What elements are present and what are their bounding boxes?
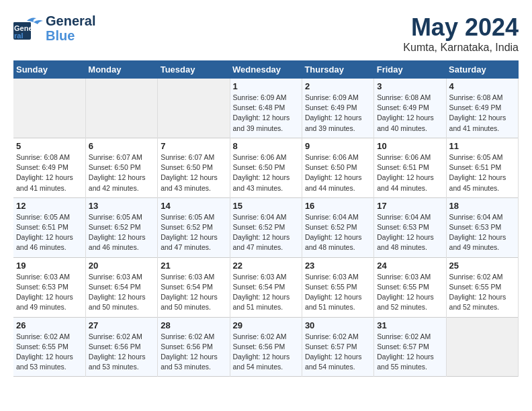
day-info: Sunrise: 6:09 AM Sunset: 6:49 PM Dayligh… xyxy=(305,93,371,134)
day-number: 7 xyxy=(161,141,226,151)
day-number: 2 xyxy=(305,81,371,91)
day-info: Sunrise: 6:03 AM Sunset: 6:55 PM Dayligh… xyxy=(305,272,371,313)
day-header-saturday: Saturday xyxy=(446,60,518,79)
day-number: 10 xyxy=(377,141,443,151)
day-number: 17 xyxy=(377,201,443,211)
day-cell: 20Sunrise: 6:03 AM Sunset: 6:54 PM Dayli… xyxy=(85,257,157,317)
day-info: Sunrise: 6:02 AM Sunset: 6:55 PM Dayligh… xyxy=(449,272,515,313)
day-cell: 16Sunrise: 6:04 AM Sunset: 6:52 PM Dayli… xyxy=(302,197,373,257)
logo-line2: Blue xyxy=(46,28,95,43)
day-info: Sunrise: 6:04 AM Sunset: 6:53 PM Dayligh… xyxy=(377,212,443,253)
day-cell: 9Sunrise: 6:06 AM Sunset: 6:50 PM Daylig… xyxy=(302,138,373,197)
day-number: 9 xyxy=(305,141,371,151)
day-number: 27 xyxy=(89,320,154,330)
day-cell: 22Sunrise: 6:03 AM Sunset: 6:54 PM Dayli… xyxy=(230,257,302,317)
logo: Gene ral General Blue xyxy=(13,13,95,43)
day-number: 28 xyxy=(161,320,226,330)
day-cell: 7Sunrise: 6:07 AM Sunset: 6:50 PM Daylig… xyxy=(158,138,230,197)
day-cell: 26Sunrise: 6:02 AM Sunset: 6:55 PM Dayli… xyxy=(13,317,85,377)
day-number: 3 xyxy=(377,81,443,91)
day-number: 15 xyxy=(233,201,299,211)
day-info: Sunrise: 6:04 AM Sunset: 6:52 PM Dayligh… xyxy=(233,212,299,253)
day-info: Sunrise: 6:06 AM Sunset: 6:51 PM Dayligh… xyxy=(377,152,443,193)
day-number: 21 xyxy=(161,261,226,271)
logo-line1: General xyxy=(46,13,95,28)
day-cell: 25Sunrise: 6:02 AM Sunset: 6:55 PM Dayli… xyxy=(446,257,518,317)
day-number: 4 xyxy=(449,81,515,91)
day-cell: 1Sunrise: 6:09 AM Sunset: 6:48 PM Daylig… xyxy=(230,79,302,138)
day-number: 14 xyxy=(161,201,226,211)
week-row-3: 12Sunrise: 6:05 AM Sunset: 6:51 PM Dayli… xyxy=(13,197,519,257)
day-info: Sunrise: 6:08 AM Sunset: 6:49 PM Dayligh… xyxy=(449,93,515,134)
day-cell: 4Sunrise: 6:08 AM Sunset: 6:49 PM Daylig… xyxy=(446,79,518,138)
day-cell: 21Sunrise: 6:03 AM Sunset: 6:54 PM Dayli… xyxy=(158,257,230,317)
day-info: Sunrise: 6:09 AM Sunset: 6:48 PM Dayligh… xyxy=(233,93,299,134)
day-info: Sunrise: 6:06 AM Sunset: 6:50 PM Dayligh… xyxy=(233,152,299,193)
day-info: Sunrise: 6:04 AM Sunset: 6:53 PM Dayligh… xyxy=(449,212,515,253)
day-number: 30 xyxy=(305,320,371,330)
day-cell: 28Sunrise: 6:02 AM Sunset: 6:56 PM Dayli… xyxy=(158,317,230,377)
page-header: Gene ral General Blue May 2024 Kumta, Ka… xyxy=(13,13,519,54)
day-number: 16 xyxy=(305,201,371,211)
day-cell: 6Sunrise: 6:07 AM Sunset: 6:50 PM Daylig… xyxy=(85,138,157,197)
day-header-friday: Friday xyxy=(374,60,446,79)
day-cell: 31Sunrise: 6:02 AM Sunset: 6:57 PM Dayli… xyxy=(374,317,446,377)
day-info: Sunrise: 6:05 AM Sunset: 6:52 PM Dayligh… xyxy=(161,212,226,253)
day-number: 13 xyxy=(89,201,154,211)
day-info: Sunrise: 6:03 AM Sunset: 6:53 PM Dayligh… xyxy=(16,272,83,313)
day-info: Sunrise: 6:08 AM Sunset: 6:49 PM Dayligh… xyxy=(377,93,443,134)
day-cell: 24Sunrise: 6:03 AM Sunset: 6:55 PM Dayli… xyxy=(374,257,446,317)
svg-text:ral: ral xyxy=(14,32,23,40)
title-section: May 2024 Kumta, Karnataka, India xyxy=(403,13,519,54)
day-info: Sunrise: 6:02 AM Sunset: 6:56 PM Dayligh… xyxy=(161,332,226,373)
day-cell: 2Sunrise: 6:09 AM Sunset: 6:49 PM Daylig… xyxy=(302,79,373,138)
day-cell: 27Sunrise: 6:02 AM Sunset: 6:56 PM Dayli… xyxy=(85,317,157,377)
day-number: 11 xyxy=(449,141,515,151)
day-info: Sunrise: 6:04 AM Sunset: 6:52 PM Dayligh… xyxy=(305,212,371,253)
day-header-thursday: Thursday xyxy=(302,60,373,79)
day-cell xyxy=(446,317,518,377)
day-header-sunday: Sunday xyxy=(13,60,85,79)
day-number: 6 xyxy=(89,141,154,151)
week-row-1: 1Sunrise: 6:09 AM Sunset: 6:48 PM Daylig… xyxy=(13,79,519,138)
day-number: 8 xyxy=(233,141,299,151)
day-info: Sunrise: 6:02 AM Sunset: 6:57 PM Dayligh… xyxy=(305,332,371,373)
day-info: Sunrise: 6:03 AM Sunset: 6:54 PM Dayligh… xyxy=(89,272,154,313)
day-cell xyxy=(85,79,157,138)
day-cell: 3Sunrise: 6:08 AM Sunset: 6:49 PM Daylig… xyxy=(374,79,446,138)
location: Kumta, Karnataka, India xyxy=(403,42,519,54)
day-number: 19 xyxy=(16,261,83,271)
day-cell: 18Sunrise: 6:04 AM Sunset: 6:53 PM Dayli… xyxy=(446,197,518,257)
day-info: Sunrise: 6:05 AM Sunset: 6:51 PM Dayligh… xyxy=(449,152,515,193)
day-info: Sunrise: 6:02 AM Sunset: 6:56 PM Dayligh… xyxy=(89,332,154,373)
day-cell: 8Sunrise: 6:06 AM Sunset: 6:50 PM Daylig… xyxy=(230,138,302,197)
day-cell: 12Sunrise: 6:05 AM Sunset: 6:51 PM Dayli… xyxy=(13,197,85,257)
day-header-monday: Monday xyxy=(85,60,157,79)
day-info: Sunrise: 6:06 AM Sunset: 6:50 PM Dayligh… xyxy=(305,152,371,193)
day-number: 26 xyxy=(16,320,83,330)
day-cell: 14Sunrise: 6:05 AM Sunset: 6:52 PM Dayli… xyxy=(158,197,230,257)
day-cell: 10Sunrise: 6:06 AM Sunset: 6:51 PM Dayli… xyxy=(374,138,446,197)
day-number: 1 xyxy=(233,81,299,91)
day-info: Sunrise: 6:08 AM Sunset: 6:49 PM Dayligh… xyxy=(16,152,83,193)
day-header-tuesday: Tuesday xyxy=(158,60,230,79)
week-row-2: 5Sunrise: 6:08 AM Sunset: 6:49 PM Daylig… xyxy=(13,138,519,197)
week-row-4: 19Sunrise: 6:03 AM Sunset: 6:53 PM Dayli… xyxy=(13,257,519,317)
logo-icon: Gene ral xyxy=(13,15,43,41)
day-info: Sunrise: 6:02 AM Sunset: 6:55 PM Dayligh… xyxy=(16,332,83,373)
day-info: Sunrise: 6:07 AM Sunset: 6:50 PM Dayligh… xyxy=(161,152,226,193)
day-info: Sunrise: 6:05 AM Sunset: 6:51 PM Dayligh… xyxy=(16,212,83,253)
day-number: 29 xyxy=(233,320,299,330)
day-cell: 30Sunrise: 6:02 AM Sunset: 6:57 PM Dayli… xyxy=(302,317,373,377)
day-info: Sunrise: 6:03 AM Sunset: 6:54 PM Dayligh… xyxy=(233,272,299,313)
day-number: 5 xyxy=(16,141,83,151)
day-number: 18 xyxy=(449,201,515,211)
day-cell: 29Sunrise: 6:02 AM Sunset: 6:56 PM Dayli… xyxy=(230,317,302,377)
day-cell xyxy=(158,79,230,138)
day-number: 20 xyxy=(89,261,154,271)
day-header-wednesday: Wednesday xyxy=(230,60,302,79)
calendar-table: SundayMondayTuesdayWednesdayThursdayFrid… xyxy=(13,60,519,377)
day-info: Sunrise: 6:03 AM Sunset: 6:55 PM Dayligh… xyxy=(377,272,443,313)
day-cell: 19Sunrise: 6:03 AM Sunset: 6:53 PM Dayli… xyxy=(13,257,85,317)
day-number: 12 xyxy=(16,201,83,211)
